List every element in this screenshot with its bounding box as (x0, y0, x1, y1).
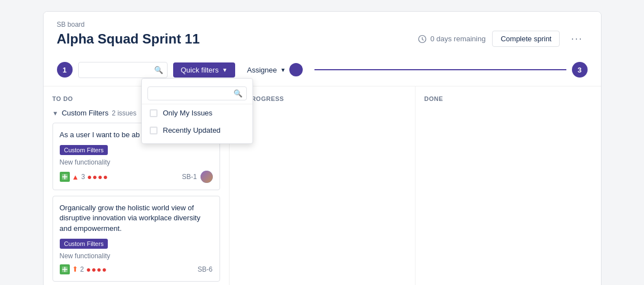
card-sb6: Organically grow the holistic world view… (53, 196, 220, 282)
toolbar-divider-line (314, 69, 566, 70)
story-points: 2 (80, 265, 84, 273)
complete-sprint-button[interactable]: Complete sprint (492, 31, 560, 47)
assignee-button[interactable]: Assignee ▼ (241, 59, 308, 80)
dropdown-search-wrap: 🔍 (142, 83, 252, 104)
recently-updated-label: Recently Updated (163, 126, 221, 134)
dropdown-search-input[interactable] (147, 86, 247, 100)
card-footer: ⬆ 2 ●●●● SB-6 (60, 264, 213, 274)
card-tag: Custom Filters (60, 145, 108, 155)
days-remaining: 0 days remaining (418, 35, 485, 44)
inprogress-column: IN PROGRESS (230, 86, 416, 285)
board-container: SB board Alpha Squad Sprint 11 0 days re… (43, 11, 602, 285)
title-row: Alpha Squad Sprint 11 0 days remaining C… (57, 31, 588, 54)
done-column: DONE (416, 86, 601, 285)
card-tag: Custom Filters (60, 239, 108, 249)
group-name: Custom Filters (61, 109, 108, 117)
checkbox-recently-updated[interactable] (150, 127, 158, 134)
card-footer: ▲ 3 ●●●● SB-1 (60, 171, 213, 183)
story-points: 3 (81, 173, 85, 181)
board-header: SB board Alpha Squad Sprint 11 0 days re… (44, 12, 601, 54)
search-wrap: 🔍 (78, 62, 168, 78)
avatar (201, 171, 213, 183)
priority-icon: ▲ (72, 173, 79, 181)
card-icons: ▲ 3 ●●●● (60, 172, 108, 182)
dropdown-item-only-my-issues[interactable]: Only My Issues (142, 104, 252, 122)
only-my-issues-label: Only My Issues (163, 109, 213, 117)
group-toggle-icon[interactable]: ▼ (53, 110, 59, 117)
card-icons: ⬆ 2 ●●●● (60, 264, 108, 274)
breadcrumb: SB board (57, 21, 588, 28)
chevron-down-icon: ▼ (222, 67, 227, 73)
chevron-down-icon-assignee: ▼ (280, 67, 286, 73)
search-input[interactable] (78, 62, 168, 78)
page-title: Alpha Squad Sprint 11 (57, 31, 200, 47)
board: TO DO ▼ Custom Filters 2 issues As a use… (44, 86, 601, 285)
group-issue-count: 2 issues (112, 109, 136, 117)
toolbar: 1 🔍 Quick filters ▼ Assignee ▼ 3 🔍 (44, 54, 601, 86)
clock-icon (418, 35, 427, 44)
card-title: Organically grow the holistic world view… (60, 203, 213, 234)
done-column-header: DONE (424, 95, 592, 102)
card-id-text: SB-6 (198, 265, 213, 273)
more-options-button[interactable]: ··· (566, 31, 587, 47)
bubble-right: 3 (572, 62, 588, 78)
bubble-left: 1 (57, 62, 73, 78)
card-id-text: SB-1 (182, 173, 197, 181)
days-remaining-text: 0 days remaining (430, 35, 485, 43)
card-id: SB-6 (198, 265, 213, 273)
assignee-avatar (289, 63, 303, 76)
card-label: New functionality (60, 158, 213, 166)
card-more-button[interactable]: ●●●● (87, 172, 108, 181)
inprogress-column-header: IN PROGRESS (238, 95, 406, 102)
story-icon (60, 264, 70, 274)
assignee-label: Assignee (247, 66, 276, 74)
quick-filters-button[interactable]: Quick filters ▼ (173, 62, 236, 78)
priority-icon: ⬆ (72, 265, 78, 273)
dropdown-search-icon: 🔍 (233, 89, 242, 98)
card-more-button[interactable]: ●●●● (86, 265, 107, 274)
dropdown-item-recently-updated[interactable]: Recently Updated (142, 122, 252, 139)
card-id: SB-1 (182, 171, 213, 183)
title-actions: 0 days remaining Complete sprint ··· (418, 31, 587, 47)
story-icon (60, 172, 70, 182)
quick-filters-label: Quick filters (181, 66, 219, 74)
card-label: New functionality (60, 252, 213, 260)
quick-filters-dropdown: 🔍 Only My Issues Recently Updated (141, 78, 253, 144)
checkbox-only-my-issues[interactable] (150, 109, 158, 117)
